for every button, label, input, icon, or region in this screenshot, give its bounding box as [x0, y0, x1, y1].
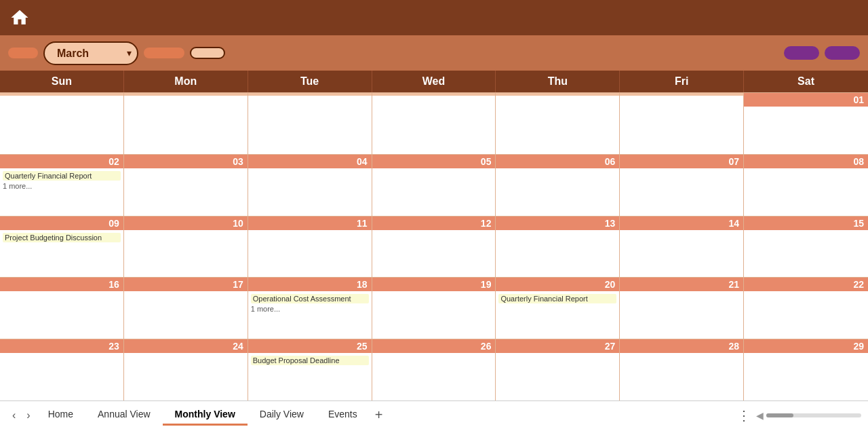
cal-cell[interactable]	[0, 93, 124, 154]
cal-cell[interactable]: 20Quarterly Financial Report	[496, 278, 620, 339]
cal-cell[interactable]: 14	[620, 217, 744, 278]
day-number: 25	[248, 339, 372, 353]
day-number: 02	[0, 155, 123, 168]
cal-cell[interactable]: 25Budget Proposal Deadline	[248, 339, 372, 400]
cell-body	[124, 96, 248, 154]
day-number: 11	[248, 217, 372, 230]
day-number: 07	[620, 155, 743, 168]
cal-cell[interactable]: 16	[0, 278, 124, 339]
show-events-button[interactable]	[825, 46, 860, 60]
cal-cell[interactable]: 23	[0, 339, 124, 400]
cal-cell[interactable]: 19	[372, 278, 496, 339]
event-more[interactable]: 1 more...	[3, 182, 121, 190]
day-number: 22	[744, 278, 868, 291]
day-number: 12	[372, 217, 496, 230]
cal-cell[interactable]: 12	[372, 217, 496, 278]
home-icon[interactable]	[9, 7, 30, 28]
cal-cell[interactable]: 18Operational Cost Assessment1 more...	[248, 278, 372, 339]
calendar-grid: 0102Quarterly Financial Report1 more...0…	[0, 92, 868, 400]
cal-cell[interactable]	[124, 93, 248, 154]
cal-cell[interactable]: 26	[372, 339, 496, 400]
bottom-bar: ‹ › Home Annual View Monthly View Daily …	[0, 400, 868, 429]
cal-cell[interactable]: 13	[496, 217, 620, 278]
tab-annual[interactable]: Annual View	[85, 405, 163, 426]
calendar-week-3: 161718Operational Cost Assessment1 more.…	[0, 277, 868, 339]
cal-cell[interactable]: 09Project Budgeting Discussion	[0, 217, 124, 278]
cell-body: Project Budgeting Discussion	[0, 230, 123, 278]
add-tab-button[interactable]: +	[370, 405, 389, 426]
cal-cell[interactable]: 07	[620, 155, 744, 216]
cal-cell[interactable]: 02Quarterly Financial Report1 more...	[0, 155, 124, 216]
nav-next-button[interactable]: ›	[21, 407, 35, 424]
more-options-button[interactable]: ⋮	[732, 405, 756, 426]
scroll-track[interactable]	[766, 413, 861, 417]
nav-prev-button[interactable]: ‹	[7, 407, 21, 424]
event-item[interactable]: Operational Cost Assessment	[251, 294, 369, 303]
calendar-header: Sun Mon Tue Wed Thu Fri Sat	[0, 71, 868, 92]
toolbar: March JanuaryFebruaryApril MayJuneJuly A…	[0, 35, 868, 71]
cal-cell[interactable]: 03	[124, 155, 248, 216]
calendar-week-4: 232425Budget Proposal Deadline26272829	[0, 339, 868, 400]
add-new-button[interactable]	[784, 46, 819, 60]
event-item[interactable]: Budget Proposal Deadline	[251, 356, 369, 365]
cal-cell[interactable]	[620, 93, 744, 154]
header-fri: Fri	[620, 71, 744, 92]
cal-cell[interactable]: 17	[124, 278, 248, 339]
cell-body	[496, 353, 619, 400]
cal-cell[interactable]: 27	[496, 339, 620, 400]
cell-body	[0, 96, 123, 154]
cal-cell[interactable]: 01	[744, 93, 868, 154]
header-sun: Sun	[0, 71, 124, 92]
cell-body	[0, 291, 123, 339]
cal-cell[interactable]: 11	[248, 217, 372, 278]
day-number: 20	[496, 278, 619, 291]
cell-body	[620, 291, 743, 339]
cell-body	[372, 168, 496, 216]
day-number: 13	[496, 217, 619, 230]
cell-body: Operational Cost Assessment1 more...	[248, 291, 372, 339]
cell-body	[744, 230, 868, 278]
cal-cell[interactable]: 10	[124, 217, 248, 278]
cell-body	[124, 353, 248, 400]
cal-cell[interactable]: 08	[744, 155, 868, 216]
event-item[interactable]: Quarterly Financial Report	[3, 171, 121, 181]
year-value	[190, 47, 225, 59]
cal-cell[interactable]: 29	[744, 339, 868, 400]
cell-body	[124, 230, 248, 278]
day-number: 04	[248, 155, 372, 168]
tab-monthly[interactable]: Monthly View	[163, 405, 248, 426]
cal-cell[interactable]	[372, 93, 496, 154]
cell-body	[496, 168, 619, 216]
cal-cell[interactable]: 04	[248, 155, 372, 216]
cal-cell[interactable]: 15	[744, 217, 868, 278]
cell-body	[124, 291, 248, 339]
event-more[interactable]: 1 more...	[251, 305, 369, 313]
day-number: 21	[620, 278, 743, 291]
day-number: 15	[744, 217, 868, 230]
cal-cell[interactable]: 05	[372, 155, 496, 216]
cal-cell[interactable]	[496, 93, 620, 154]
cell-body: Budget Proposal Deadline	[248, 353, 372, 400]
cal-cell[interactable]	[248, 93, 372, 154]
month-select[interactable]: March JanuaryFebruaryApril MayJuneJuly A…	[43, 41, 138, 65]
tab-home[interactable]: Home	[36, 405, 85, 426]
month-button[interactable]	[8, 48, 38, 58]
cal-cell[interactable]: 24	[124, 339, 248, 400]
cal-cell[interactable]: 06	[496, 155, 620, 216]
event-item[interactable]: Project Budgeting Discussion	[3, 233, 121, 242]
tab-daily[interactable]: Daily View	[248, 405, 316, 426]
cell-body	[372, 353, 496, 400]
cal-cell[interactable]: 22	[744, 278, 868, 339]
header-thu: Thu	[496, 71, 620, 92]
cell-body	[372, 230, 496, 278]
cal-cell[interactable]: 28	[620, 339, 744, 400]
day-number: 19	[372, 278, 496, 291]
day-number: 27	[496, 339, 619, 353]
tab-events[interactable]: Events	[316, 405, 370, 426]
day-number: 06	[496, 155, 619, 168]
day-number: 17	[124, 278, 248, 291]
cell-body	[744, 107, 868, 154]
cal-cell[interactable]: 21	[620, 278, 744, 339]
day-number: 01	[744, 93, 868, 107]
event-item[interactable]: Quarterly Financial Report	[498, 294, 616, 303]
